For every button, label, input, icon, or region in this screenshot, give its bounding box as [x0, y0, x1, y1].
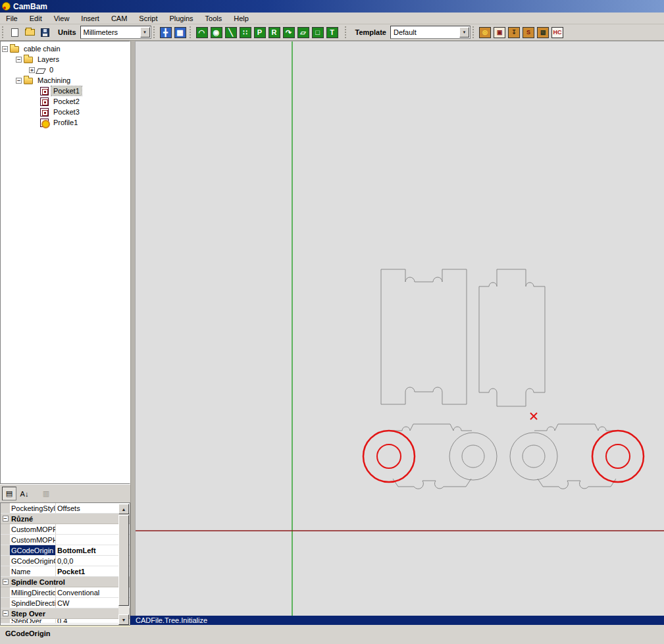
property-row-gutter: −: [1, 577, 10, 587]
property-row[interactable]: PocketingStyl Offsets: [1, 503, 130, 514]
toolbar-grip[interactable]: [190, 26, 193, 38]
draw-polyline-icon[interactable]: P: [254, 27, 266, 38]
show-grid-icon[interactable]: ▦: [174, 27, 186, 38]
property-label: PocketingStyl: [10, 503, 56, 513]
property-description-panel: GCodeOrigin: [0, 626, 130, 644]
draw-point-list-icon[interactable]: ∷: [240, 27, 251, 38]
draw-circle-icon[interactable]: ◉: [211, 27, 222, 38]
property-pages-button[interactable]: ▥: [39, 487, 53, 500]
property-label: MillingDirectio: [10, 587, 56, 597]
property-label: GCodeOrigin: [10, 545, 56, 555]
tree-expander[interactable]: +: [29, 67, 35, 73]
draw-rectangle-icon[interactable]: □: [312, 27, 324, 38]
tree-expander[interactable]: −: [2, 46, 8, 52]
property-row-gutter: [1, 619, 10, 623]
gcode-icon[interactable]: HC: [551, 27, 563, 38]
categorized-view-button[interactable]: ▤: [2, 487, 16, 500]
toolbar-grip[interactable]: [472, 26, 476, 38]
toolbar-grip[interactable]: [2, 26, 5, 38]
canvas-background: [136, 41, 664, 616]
profile-mop-icon[interactable]: ◎: [479, 27, 491, 38]
property-grid-scrollbar[interactable]: ▲ ▼: [118, 504, 129, 625]
draw-surface-icon[interactable]: ▱: [297, 27, 309, 38]
tree-item[interactable]: − Layers: [1, 54, 130, 65]
tree-item-label: Pocket2: [51, 97, 82, 106]
property-row-gutter: [1, 566, 10, 576]
units-label: Units: [58, 28, 76, 36]
combo-dropdown-icon[interactable]: ▼: [459, 27, 469, 38]
menu-item[interactable]: Help: [228, 13, 255, 24]
cad-canvas[interactable]: [135, 41, 664, 616]
property-label: Step Over: [10, 608, 109, 618]
menu-item[interactable]: Insert: [75, 13, 105, 24]
property-label: Spindle Control: [10, 577, 109, 587]
category-collapse-icon[interactable]: −: [3, 610, 9, 616]
tree-item[interactable]: Profile1: [1, 117, 130, 128]
property-row[interactable]: Name Pocket1: [1, 566, 130, 577]
pocket-mop-icon[interactable]: ▣: [494, 27, 505, 38]
menu-item[interactable]: Edit: [24, 13, 48, 24]
property-row[interactable]: − Spindle Control: [1, 577, 130, 587]
tree-expander[interactable]: −: [16, 57, 22, 63]
scrollbar-thumb[interactable]: [118, 515, 129, 606]
alphabetical-view-button[interactable]: A↓: [17, 487, 32, 500]
draw-region-icon[interactable]: R: [268, 27, 280, 38]
property-label: SpindleDirecti: [10, 598, 56, 608]
menu-item[interactable]: Script: [133, 13, 163, 24]
tree-item-label: Machining: [36, 76, 72, 85]
property-row-gutter: −: [1, 514, 10, 523]
category-collapse-icon[interactable]: −: [3, 516, 9, 522]
save-file-icon[interactable]: [38, 26, 52, 39]
draw-spline-icon[interactable]: ↷: [283, 27, 295, 38]
category-collapse-icon[interactable]: −: [3, 579, 9, 585]
tree-expander[interactable]: −: [16, 78, 22, 84]
tree-item-label: Profile1: [51, 118, 80, 127]
template-combobox[interactable]: Default ▼: [390, 26, 471, 39]
tree-item[interactable]: + 0: [1, 65, 130, 75]
property-row[interactable]: GCodeOriginO 0,0,0: [1, 556, 130, 566]
tree-item-label: 0: [47, 65, 55, 74]
draw-arc-icon[interactable]: ◠: [196, 27, 208, 38]
toolbar-grip[interactable]: [153, 26, 157, 38]
property-row[interactable]: − Různé: [1, 514, 130, 524]
open-file-icon[interactable]: [23, 26, 37, 39]
tree-item[interactable]: − cable chain: [1, 43, 130, 54]
menu-item[interactable]: CAM: [105, 13, 133, 24]
property-row[interactable]: CustomMOPF: [1, 524, 130, 535]
window-title: CamBam: [13, 2, 47, 11]
draw-line-icon[interactable]: ╲: [225, 27, 237, 38]
property-label: Name: [10, 566, 56, 576]
scroll-down-icon[interactable]: ▼: [118, 614, 129, 625]
menu-item[interactable]: File: [0, 13, 24, 24]
property-row-gutter: [1, 587, 10, 597]
menu-item[interactable]: Plugins: [163, 13, 199, 24]
tree-item[interactable]: − Machining: [1, 75, 130, 86]
title-bar[interactable]: CamBam: [0, 0, 664, 13]
property-row[interactable]: SpindleDirecti CW: [1, 598, 130, 608]
combo-dropdown-icon[interactable]: ▼: [140, 27, 150, 38]
tree-item[interactable]: Pocket2: [1, 96, 130, 107]
menu-bar: FileEditViewInsertCAMScriptPluginsToolsH…: [0, 13, 664, 24]
tree-item-label: Pocket1: [51, 86, 82, 95]
property-row[interactable]: MillingDirectio Conventional: [1, 587, 130, 598]
scroll-up-icon[interactable]: ▲: [118, 504, 129, 514]
engrave-mop-icon[interactable]: S: [523, 27, 534, 38]
panel-splitter[interactable]: [130, 41, 135, 616]
new-file-icon[interactable]: [8, 26, 22, 39]
tree-item[interactable]: Pocket1: [1, 86, 130, 96]
property-row[interactable]: CustomMOPH: [1, 535, 130, 545]
property-row[interactable]: − Step Over: [1, 608, 130, 619]
property-row[interactable]: GCodeOrigin BottomLeft▼: [1, 545, 130, 556]
tree-item[interactable]: Pocket3: [1, 107, 130, 117]
draw-text-icon[interactable]: T: [326, 27, 338, 38]
property-label: CustomMOPF: [10, 524, 56, 534]
snap-points-icon[interactable]: ╋: [160, 27, 172, 38]
profile3d-mop-icon[interactable]: ▧: [537, 27, 549, 38]
menu-item[interactable]: View: [48, 13, 76, 24]
menu-item[interactable]: Tools: [199, 13, 228, 24]
drill-mop-icon[interactable]: ↧: [508, 27, 520, 38]
tree-item-label: Pocket3: [51, 107, 82, 117]
toolbar-grip[interactable]: [345, 26, 348, 38]
units-combobox[interactable]: Millimeters ▼: [80, 26, 151, 39]
property-row[interactable]: StepOver 0.4: [1, 619, 130, 624]
